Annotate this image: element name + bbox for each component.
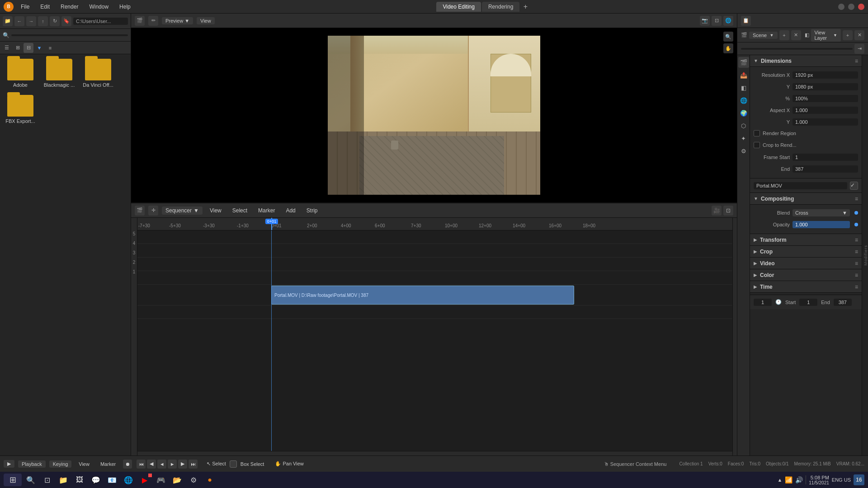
preview-tool-button[interactable]: ✏ [148, 16, 158, 26]
vtab-object[interactable]: ⬡ [738, 120, 749, 131]
props-search-input[interactable] [741, 48, 853, 50]
fb-view-toggle[interactable]: ☰ [2, 43, 12, 53]
fb-back-button[interactable]: ← [14, 16, 24, 26]
fb-sort-button[interactable]: ≡ [45, 43, 55, 53]
time-menu-icon[interactable]: ≡ [855, 284, 858, 290]
fb-up-button[interactable]: ↑ [38, 16, 48, 26]
transport-play-reverse-button[interactable]: ◄ [157, 460, 166, 469]
taskbar-settings[interactable]: ⚙ [186, 474, 201, 486]
tray-expand-button[interactable]: ▲ [777, 477, 782, 483]
preview-overlay-button[interactable]: ⊡ [712, 16, 722, 26]
fb-path-display[interactable]: C:\Users\User... [73, 18, 128, 25]
folder-adobe[interactable]: Adobe [5, 59, 36, 88]
dimensions-menu-icon[interactable]: ≡ [855, 58, 858, 64]
preview-zoom-icon[interactable]: 🔍 [723, 32, 733, 42]
marker-menu-button[interactable]: Marker [97, 460, 119, 468]
playback-workspace-button[interactable]: ▶ [4, 460, 14, 468]
view-layer-dropdown[interactable]: View Layer ▼ [811, 29, 841, 42]
taskbar-photos[interactable]: 🖼 [72, 474, 87, 486]
folder-fbx[interactable]: FBX Export... [5, 95, 36, 124]
tab-video-editing[interactable]: Video Editing [436, 2, 481, 12]
seq-workspace-dropdown[interactable]: Sequencer ▼ [162, 206, 203, 215]
folder-davinci[interactable]: Da Vinci Off... [82, 59, 114, 88]
crop-render-checkbox[interactable] [754, 142, 760, 148]
view-menu-button[interactable]: View [75, 460, 93, 468]
time-section-header[interactable]: ▶ Time ≡ [750, 281, 862, 293]
strip-name-check[interactable]: ✓ [850, 182, 858, 190]
transport-record-button[interactable]: ⏺ [123, 460, 132, 469]
taskbar-mail[interactable]: 📧 [105, 474, 119, 486]
transport-skip-start-button[interactable]: ⏮ [137, 460, 146, 469]
aspect-y-value[interactable]: 1.000 [793, 118, 858, 126]
menu-file[interactable]: File [17, 3, 33, 11]
opacity-dot[interactable] [854, 223, 858, 226]
props-start-value[interactable]: 1 [799, 299, 817, 306]
scene-dropdown[interactable]: Scene ▼ [749, 32, 778, 39]
fb-large-grid-toggle[interactable]: ⊟ [24, 43, 33, 53]
transform-section-header[interactable]: ▶ Transform ≡ [750, 234, 862, 246]
close-button[interactable] [858, 4, 864, 10]
crop-section-header[interactable]: ▶ Crop ≡ [750, 246, 862, 258]
taskbar-blender[interactable]: ● [203, 474, 217, 486]
seq-hscroll[interactable] [137, 451, 732, 455]
percent-value[interactable]: 100% [793, 95, 858, 102]
transform-menu-icon[interactable]: ≡ [855, 237, 858, 243]
transport-play-button[interactable]: ► [168, 460, 177, 469]
menu-window[interactable]: Window [85, 3, 112, 11]
seq-overlay-button[interactable]: ⊡ [723, 206, 733, 216]
notification-badge[interactable]: 16 [854, 474, 864, 485]
preview-mode-dropdown[interactable]: Preview ▼ [162, 17, 193, 24]
preview-display-button[interactable]: 🌐 [723, 16, 733, 26]
seq-snap-button[interactable]: ✛ [148, 206, 158, 216]
taskbar-search-button[interactable]: 🔍 [24, 474, 38, 486]
view-layer-new-button[interactable]: + [843, 30, 853, 40]
start-button[interactable]: ⊞ [4, 474, 22, 486]
lang-display[interactable]: ENG US [832, 477, 851, 483]
tray-volume-icon[interactable]: 🔊 [795, 476, 803, 483]
vtab-physics[interactable]: ⚙ [738, 145, 749, 156]
taskbar-explorer[interactable]: 📁 [56, 474, 71, 486]
taskbar-discord[interactable]: 🎮 [154, 474, 168, 486]
preview-editor-type-button[interactable]: 🎬 [135, 16, 145, 26]
keying-menu-button[interactable]: Keying [49, 460, 72, 468]
frame-start-value[interactable]: 1 [793, 154, 858, 161]
menu-render[interactable]: Render [57, 3, 82, 11]
scene-new-button[interactable]: + [779, 30, 789, 40]
color-section-header[interactable]: ▶ Color ≡ [750, 269, 862, 281]
fb-forward-button[interactable]: → [26, 16, 36, 26]
fb-filter-button[interactable]: ▼ [34, 43, 44, 53]
fb-search-input[interactable] [11, 34, 128, 36]
menu-help[interactable]: Help [116, 3, 134, 11]
view-layer-unlink-button[interactable]: ✕ [854, 30, 864, 40]
dimensions-section-header[interactable]: ▼ Dimensions ≡ [750, 55, 862, 67]
clock-display[interactable]: 5:08 PM 11/5/2021 [809, 475, 829, 485]
props-expand-button[interactable]: ⇥ [854, 44, 864, 54]
fb-editor-type-button[interactable]: 📁 [3, 16, 13, 26]
compositing-section-header[interactable]: ▼ Compositing ≡ [750, 193, 862, 205]
render-region-checkbox[interactable] [754, 130, 760, 136]
select-mode-button[interactable] [230, 460, 237, 468]
blender-logo[interactable]: B [4, 2, 14, 12]
tab-rendering[interactable]: Rendering [482, 2, 519, 12]
vtab-view-layer[interactable]: ◧ [738, 82, 749, 93]
fb-bookmark-button[interactable]: 🔖 [61, 16, 71, 26]
props-editor-type-button[interactable]: 📋 [741, 16, 751, 26]
scene-unlink-button[interactable]: ✕ [791, 30, 801, 40]
blend-dot[interactable] [854, 211, 858, 215]
playback-menu-button[interactable]: Playback [18, 460, 46, 468]
task-view-button[interactable]: ⊡ [40, 474, 54, 486]
color-menu-icon[interactable]: ≡ [855, 272, 858, 278]
minimize-button[interactable] [838, 4, 844, 10]
box-select-label[interactable]: Box Select [241, 461, 264, 467]
vtab-world[interactable]: 🌍 [738, 108, 749, 118]
vtab-render[interactable]: 🎬 [738, 57, 749, 68]
taskbar-files[interactable]: 📂 [170, 474, 184, 486]
seq-menu-view[interactable]: View [206, 206, 225, 215]
strip-name-input[interactable]: Portal.MOV [754, 182, 847, 189]
opacity-value[interactable]: 1.000 [793, 221, 850, 228]
props-frame-input[interactable]: 1 [754, 299, 772, 306]
vtab-scene[interactable]: 🌐 [738, 95, 749, 106]
timeline-ruler[interactable]: -7+30 -5+30 -3+30 -1+30 0+01 2+00 4+00 6… [137, 218, 732, 230]
compositing-menu-icon[interactable]: ≡ [855, 196, 858, 202]
transport-prev-frame-button[interactable]: ◀ [147, 460, 156, 469]
